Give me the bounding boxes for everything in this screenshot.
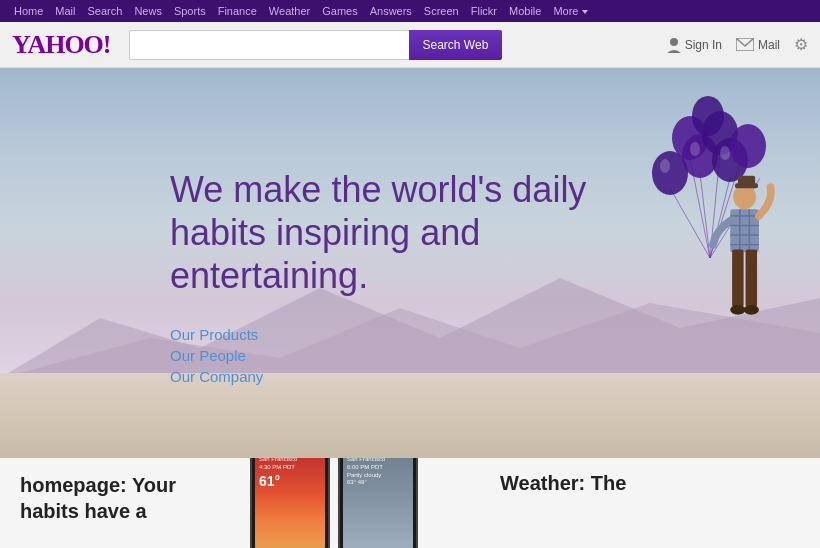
phone-1-text: San Francisco 4:30 PM PDT 61° — [255, 458, 325, 494]
nav-search[interactable]: Search — [82, 5, 129, 17]
header-right: Sign In Mail ⚙ — [667, 35, 808, 54]
nav-mobile[interactable]: Mobile — [503, 5, 547, 17]
nav-more-label[interactable]: More — [547, 5, 580, 17]
bottom-left: homepage: Your habits have a — [20, 472, 220, 524]
yahoo-logo: YAHOO! — [12, 30, 111, 60]
nav-weather[interactable]: Weather — [263, 5, 316, 17]
nav-bar: Home Mail Search News Sports Finance Wea… — [0, 0, 820, 22]
nav-sports[interactable]: Sports — [168, 5, 212, 17]
nav-home[interactable]: Home — [8, 5, 49, 17]
settings-button[interactable]: ⚙ — [794, 35, 808, 54]
nav-more[interactable]: More — [547, 5, 588, 17]
bottom-right: Weather: The — [500, 472, 800, 495]
nav-flickr[interactable]: Flickr — [465, 5, 503, 17]
svg-point-32 — [744, 305, 759, 315]
more-chevron-icon — [582, 10, 588, 14]
bottom-left-heading: homepage: Your habits have a — [20, 472, 220, 524]
hero-section: We make the world's daily habits inspiri… — [0, 68, 820, 458]
gear-icon: ⚙ — [794, 35, 808, 54]
header: YAHOO! Search Web Sign In Mail ⚙ — [0, 22, 820, 68]
nav-answers[interactable]: Answers — [364, 5, 418, 17]
sign-in-label: Sign In — [685, 38, 722, 52]
mail-label: Mail — [758, 38, 780, 52]
svg-rect-21 — [738, 176, 755, 186]
mail-icon — [736, 38, 754, 51]
search-box: Search Web — [129, 30, 657, 60]
nav-mail[interactable]: Mail — [49, 5, 81, 17]
person-figure-svg — [690, 168, 780, 398]
svg-point-14 — [730, 124, 766, 168]
sign-in-button[interactable]: Sign In — [667, 37, 722, 53]
hero-text-block: We make the world's daily habits inspiri… — [170, 168, 670, 385]
bottom-right-heading: Weather: The — [500, 472, 800, 495]
mail-button[interactable]: Mail — [736, 38, 780, 52]
svg-point-31 — [730, 305, 745, 315]
phone-2-text: San Francisco 6:00 PM PDT Partly cloudy … — [343, 458, 413, 491]
our-people-link[interactable]: Our People — [170, 347, 670, 364]
hero-headline: We make the world's daily habits inspiri… — [170, 168, 670, 298]
svg-point-17 — [690, 142, 700, 156]
search-input[interactable] — [129, 30, 409, 60]
nav-news[interactable]: News — [128, 5, 168, 17]
svg-rect-29 — [732, 249, 744, 306]
hero-links: Our Products Our People Our Company — [170, 326, 670, 385]
our-products-link[interactable]: Our Products — [170, 326, 670, 343]
svg-rect-30 — [746, 249, 758, 306]
svg-point-18 — [720, 146, 730, 160]
bottom-section: homepage: Your habits have a San Francis… — [0, 458, 820, 548]
svg-point-15 — [692, 96, 724, 136]
nav-finance[interactable]: Finance — [212, 5, 263, 17]
svg-point-0 — [670, 38, 678, 46]
nav-games[interactable]: Games — [316, 5, 363, 17]
our-company-link[interactable]: Our Company — [170, 368, 670, 385]
phone-1-screen: San Francisco 4:30 PM PDT 61° — [255, 458, 325, 548]
phone-2-screen: San Francisco 6:00 PM PDT Partly cloudy … — [343, 458, 413, 548]
bottom-phones: San Francisco 4:30 PM PDT 61° San Franci… — [250, 472, 470, 548]
phone-1: San Francisco 4:30 PM PDT 61° — [250, 458, 330, 548]
nav-screen[interactable]: Screen — [418, 5, 465, 17]
search-button[interactable]: Search Web — [409, 30, 503, 60]
person-icon — [667, 37, 681, 53]
phone-2: San Francisco 6:00 PM PDT Partly cloudy … — [338, 458, 418, 548]
